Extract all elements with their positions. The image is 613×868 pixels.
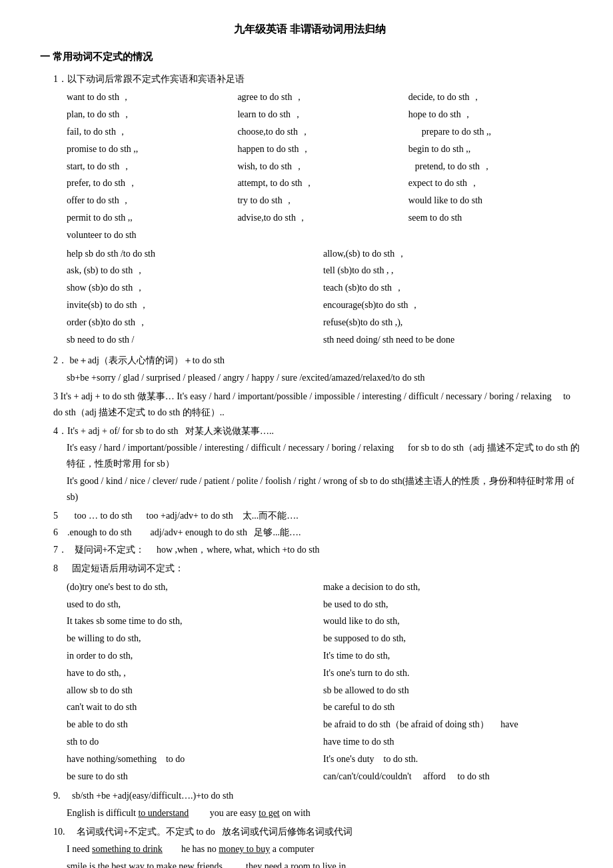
sub2-label: 2． be＋adj（表示人心情的词）＋to do sth [53,353,580,369]
sub5: 5 too … to do sth too +adj/adv+ to do st… [40,508,580,524]
sub4-text1: It's easy / hard / important/possible / … [53,440,580,472]
sub5-label: 5 too … to do sth too +adj/adv+ to do st… [53,508,580,524]
sub3: 3 It's + adj + to do sth 做某事… It's easy … [40,389,580,421]
sub10-text1: I need something to drink he has no mone… [53,841,580,857]
sub4: 4．It's + adj + of/ for sb to do sth 对某人来… [40,423,580,505]
sub4-label: 4．It's + adj + of/ for sb to do sth 对某人来… [53,423,580,439]
sub3-label: 3 It's + adj + to do sth 做某事… It's easy … [53,389,580,421]
sub6-label: 6 .enough to do sth adj/adv+ enough to d… [53,525,580,541]
page-title: 九年级英语 非谓语动词用法归纳 [40,20,580,38]
sub2: 2． be＋adj（表示人心情的词）＋to do sth sb+be +sorr… [40,353,580,386]
section1: 一 常用动词不定式的情况 1．以下动词后常跟不定式作宾语和宾语补足语 want … [40,49,580,868]
verb-col1: want to do sth ， plan, to do sth ， fail,… [67,88,237,244]
section1-title: 一 常用动词不定式的情况 [40,49,580,66]
sub10: 10. 名词或代词+不定式。不定式 to do 放名词或代词后修饰名词或代词 I… [40,824,580,868]
sub8-label: 8 固定短语后用动词不定式： [53,561,580,577]
sub4-text2: It's good / kind / nice / clever/ rude /… [53,473,580,505]
sub8-col1: (do)try one's best to do sth, used to do… [67,578,323,786]
verb-col2: agree to do sth ， learn to do sth ， choo… [237,88,408,244]
sub6: 6 .enough to do sth adj/adv+ enough to d… [40,525,580,541]
sub1-label: 1．以下动词后常跟不定式作宾语和宾语补足语 [53,71,580,87]
sub8-cols: (do)try one's best to do sth, used to do… [53,578,580,786]
verb-two-col: help sb do sth /to do sth ask, (sb) to d… [53,245,580,349]
sub9-text: English is difficult to understand you a… [53,805,580,821]
verb-col-left: help sb do sth /to do sth ask, (sb) to d… [67,245,323,349]
sub10-label: 10. 名词或代词+不定式。不定式 to do 放名词或代词后修饰名词或代词 [53,824,580,840]
sub9-label: 9. sb/sth +be +adj(easy/difficult….)+to … [53,788,580,804]
sub7-label: 7． 疑问词+不定式： how ,when，where, what, which… [53,542,580,558]
sub10-text2: smile is the best way to make new friend… [53,859,580,868]
verb-three-col: want to do sth ， plan, to do sth ， fail,… [53,88,580,244]
verb-col-right: allow,(sb) to do sth ， tell (sb)to do st… [323,245,580,349]
sub8-col2: make a decision to do sth, be used to do… [323,578,580,786]
sub7: 7． 疑问词+不定式： how ,when，where, what, which… [40,542,580,558]
verb-col3: decide, to do sth ， hope to do sth ， pre… [408,88,579,244]
sub8: 8 固定短语后用动词不定式： (do)try one's best to do … [40,561,580,785]
sub9: 9. sb/sth +be +adj(easy/difficult….)+to … [40,788,580,821]
sub1: 1．以下动词后常跟不定式作宾语和宾语补足语 want to do sth ， p… [40,71,580,349]
sub2-text: sb+be +sorry / glad / surprised / please… [53,370,580,386]
